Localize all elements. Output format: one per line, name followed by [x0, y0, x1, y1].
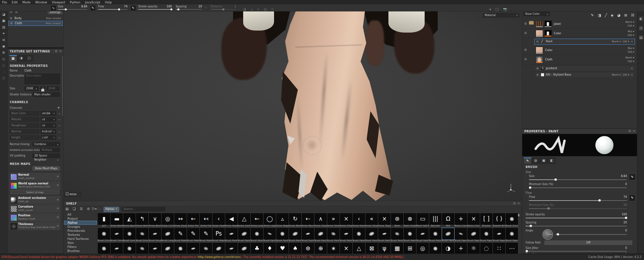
close-icon[interactable]: ×	[59, 49, 62, 53]
layer-effect-stylized-base[interactable]: ⊙ AIG - Stylized Base Norm ▾ 100 ▾ ×	[534, 72, 635, 78]
quick-mask-tool[interactable]: ◫	[1, 63, 7, 68]
projection-tool[interactable]: ▣	[1, 18, 7, 24]
shading-mode-select[interactable]: Material▾	[483, 13, 519, 17]
visibility-eye-icon[interactable]: ⊙	[10, 21, 13, 25]
blend-mode-select[interactable]: Norm ▾	[612, 73, 621, 76]
layer-thumbnail[interactable]	[536, 20, 543, 28]
shelf-resource[interactable]: × Celtic Cross...	[340, 243, 353, 254]
mesh-map-world-space-normal[interactable]: World space normal World Space Normals C…	[9, 181, 61, 190]
shelf-resource[interactable]: Brush Paint...	[251, 228, 263, 243]
polygon-fill-tool[interactable]: ▤	[1, 25, 7, 30]
particles-tool[interactable]: ∴	[1, 69, 7, 75]
shelf-resource[interactable]: × Arrow Target	[378, 213, 391, 228]
size-lock-icon[interactable]	[40, 86, 46, 92]
blend-mode-select[interactable]: Norm ▾	[625, 20, 634, 24]
close-icon[interactable]: ×	[517, 202, 520, 205]
size-slider[interactable]	[529, 179, 627, 180]
close-icon[interactable]: ×	[633, 129, 635, 133]
shelf-resource[interactable]: Brush Goua...	[149, 228, 161, 243]
angle-dial[interactable]	[542, 229, 553, 240]
menu-item[interactable]: Mode	[22, 1, 31, 4]
lazy-mouse-icon[interactable]: ✦	[257, 7, 260, 11]
backface-culling-icon[interactable]: ⊿	[250, 7, 253, 11]
stroke-preview-icon[interactable]: ∿	[50, 5, 56, 11]
shelf-category[interactable]: Filters	[64, 245, 97, 249]
shelf-resource[interactable]: ↤ Arrow Flat	[200, 213, 212, 228]
hide-resources-icon[interactable]: ⊘	[87, 207, 90, 211]
shelf-resource[interactable]: Brush Paint...	[302, 228, 314, 243]
shelf-resource[interactable]: ▦ Celtic Roun...	[391, 243, 404, 254]
layer-visibility-icon[interactable]: ⊙	[524, 22, 527, 25]
add-fill-layer-icon[interactable]: ◨	[598, 13, 601, 17]
follow-path-toggle[interactable]: Off	[544, 241, 632, 245]
shelf-resource[interactable]: ⋯ Circle Dots...	[505, 243, 518, 254]
shelf-resource[interactable]: ∗ Celtic Cross	[327, 243, 340, 254]
layer-thumbnail[interactable]	[536, 47, 543, 54]
layer-row-jaket[interactable]: ⊙ Jaket Norm ▾ 100 ▾	[522, 19, 637, 29]
layer-effect-paint[interactable]: ⊙ ╱ Paint Norm ▾ 100 ▾ ×	[534, 39, 635, 45]
axis-gizmo[interactable]	[506, 183, 516, 193]
smudge-tool[interactable]: ✦	[1, 31, 7, 36]
channel-name-field[interactable]: Normal	[10, 129, 39, 134]
menu-item[interactable]: Window	[35, 1, 47, 4]
toolbar-spacing-slider[interactable]: Spacing 20	[176, 5, 202, 11]
tab-material[interactable]: ◧	[548, 158, 556, 164]
shelf-resource[interactable]: △ Celtic Cross...	[353, 243, 365, 254]
shelf-resource[interactable]: ◯ Arrow Loop	[263, 213, 276, 228]
shelf-resource[interactable]: × Bones Cros...	[467, 213, 480, 228]
shelf-resource[interactable]: ✎ Brush Maker	[174, 228, 187, 243]
shelf-category[interactable]: Textures	[64, 233, 97, 237]
shelf-resource[interactable]: + Bones Cros...	[454, 213, 467, 228]
shader-instance-field[interactable]: Main shader	[33, 92, 60, 97]
min-size-slider[interactable]	[529, 187, 627, 188]
blend-mode-select[interactable]: Mul ▾	[628, 30, 634, 33]
shelf-resource[interactable]: ▵ Arrow Nega...	[276, 213, 289, 228]
shelf-resource[interactable]: Brush Spon...	[161, 243, 174, 254]
shelf-resource[interactable]: Brush Circul...	[98, 228, 110, 243]
menu-item[interactable]: File	[2, 1, 7, 4]
shelf-resource[interactable]: Brush Pape...	[480, 228, 493, 243]
material-picker-tool[interactable]: ◉	[1, 44, 7, 49]
new-resource-icon[interactable]: ❏	[73, 207, 76, 211]
min-flow-slider[interactable]	[529, 208, 627, 209]
spacing-slider[interactable]	[526, 226, 627, 226]
mesh-map-position[interactable]: Position Position Cloth ×	[9, 213, 61, 222]
search-input[interactable]: Search...	[122, 207, 165, 211]
size-pen-pressure-icon[interactable]: ✎	[90, 5, 96, 11]
shelf-resource[interactable]: ∧ Arrow Simple	[314, 213, 327, 228]
shelf-resource[interactable]: Brush Spon...	[174, 243, 187, 254]
shelf-resource[interactable]: ✎ Brush Make...	[187, 228, 200, 243]
shelf-resource[interactable]: ♣ Card Clubs	[251, 243, 263, 254]
settings-tool[interactable]: ⚙	[1, 50, 7, 55]
shelf-resource[interactable]: ◌ Circle Cross...	[480, 243, 493, 254]
shelf-resource[interactable]: » Arrow Simpl...	[327, 213, 340, 228]
toolbar-stroke-opacity-slider[interactable]: Stroke opacity 100	[138, 5, 172, 11]
toolbar-size-slider[interactable]: Size 8.84	[58, 5, 87, 11]
shelf-resource[interactable]: Brush Spon...	[200, 243, 212, 254]
display-settings-panel-icon[interactable]: ▤	[639, 35, 643, 40]
shelf-resource[interactable]: ▭ Band Half R...	[416, 213, 429, 228]
name-value[interactable]: Cloth	[24, 69, 32, 72]
shelf-resource[interactable]: Ps Brush Make...	[212, 228, 225, 243]
layer-visibility-icon[interactable]: ⊙	[524, 48, 527, 51]
shelf-resource[interactable]: ⊠ Celtic Cross...	[365, 243, 378, 254]
normal-mixing-select[interactable]: Combine▾	[33, 142, 60, 146]
shelf-resource[interactable]: Brush Pape...	[98, 243, 110, 254]
shelf-resource[interactable]: ← Arrow Long	[251, 213, 263, 228]
channel-format-select[interactable]: sRGB8▾	[41, 111, 56, 116]
float-panel-icon[interactable]: ⊡	[55, 49, 57, 53]
shelf-resource[interactable]: Brush Paint...	[429, 228, 442, 243]
shelf-resource[interactable]: Brush Paint...	[340, 228, 353, 243]
symmetry-icon[interactable]: ◨	[243, 7, 246, 11]
eraser-tool[interactable]: ◪	[1, 12, 7, 17]
clear-map-icon[interactable]: ×	[56, 198, 59, 201]
add-paint-layer-icon[interactable]: ╱	[605, 13, 607, 17]
mesh-map-thickness[interactable]: Thickness Thickness Map from Mesh Cloth …	[9, 222, 61, 230]
channel-filter-select[interactable]: Base Color▾	[524, 12, 550, 16]
remove-channel-icon[interactable]: −	[58, 118, 61, 121]
shelf-resource[interactable]: ◎ Celtic Wave	[416, 243, 429, 254]
shelf-resource[interactable]: ‹ Arrow Head...	[212, 213, 225, 228]
mesh-map-curvature[interactable]: Curvature cloth_curve ×	[9, 204, 61, 213]
shelf-resource[interactable]: ||| Barcode	[429, 213, 442, 228]
channel-format-select[interactable]: RGB16F▾	[41, 129, 56, 134]
